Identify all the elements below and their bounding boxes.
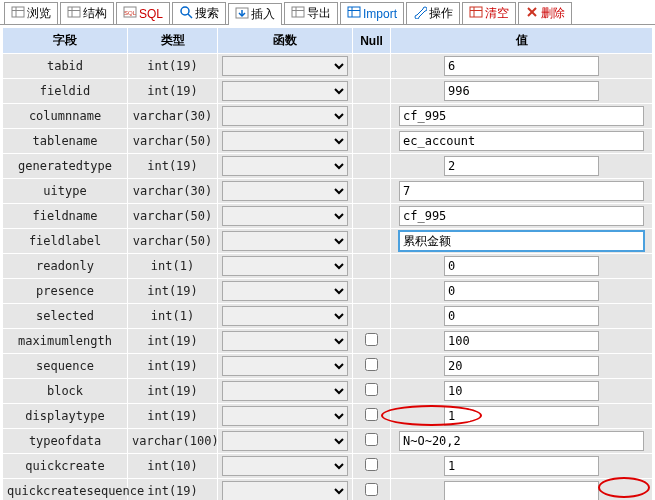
field-name-cell: block xyxy=(3,379,128,404)
table-row: fieldlabelvarchar(50) xyxy=(3,229,653,254)
function-cell xyxy=(218,54,353,79)
value-input[interactable] xyxy=(444,331,599,351)
function-select[interactable] xyxy=(222,356,348,376)
insert-form-table: 字段 类型 函数 Null 值 tabidint(19)fieldidint(1… xyxy=(2,27,653,500)
table-icon xyxy=(11,5,25,22)
value-cell xyxy=(391,229,653,254)
value-input[interactable] xyxy=(444,81,599,101)
function-select[interactable] xyxy=(222,56,348,76)
field-name-cell: maximumlength xyxy=(3,329,128,354)
function-select[interactable] xyxy=(222,131,348,151)
null-cell xyxy=(353,79,391,104)
null-checkbox[interactable] xyxy=(365,333,378,346)
value-input[interactable] xyxy=(444,56,599,76)
field-name-cell: tabid xyxy=(3,54,128,79)
tab-搜索[interactable]: 搜索 xyxy=(172,2,226,24)
field-name-cell: fieldid xyxy=(3,79,128,104)
value-input[interactable] xyxy=(399,431,644,451)
value-cell xyxy=(391,479,653,501)
value-input[interactable] xyxy=(444,256,599,276)
table-row: fieldidint(19) xyxy=(3,79,653,104)
function-select[interactable] xyxy=(222,106,348,126)
tab-sql[interactable]: SQLSQL xyxy=(116,2,170,24)
value-input[interactable] xyxy=(444,156,599,176)
table-row: quickcreateint(10) xyxy=(3,454,653,479)
value-input[interactable] xyxy=(444,281,599,301)
value-input[interactable] xyxy=(444,481,599,500)
function-select[interactable] xyxy=(222,281,348,301)
value-input[interactable] xyxy=(444,456,599,476)
function-cell xyxy=(218,279,353,304)
header-null: Null xyxy=(353,28,391,54)
null-checkbox[interactable] xyxy=(365,458,378,471)
function-select[interactable] xyxy=(222,481,348,500)
tab-import[interactable]: Import xyxy=(340,2,404,24)
table-row: tabidint(19) xyxy=(3,54,653,79)
function-select[interactable] xyxy=(222,306,348,326)
null-checkbox[interactable] xyxy=(365,408,378,421)
field-name-cell: tablename xyxy=(3,129,128,154)
tab-结构[interactable]: 结构 xyxy=(60,2,114,24)
value-input[interactable] xyxy=(399,181,644,201)
table-icon xyxy=(347,5,361,22)
value-cell xyxy=(391,79,653,104)
table-row: uitypevarchar(30) xyxy=(3,179,653,204)
svg-rect-3 xyxy=(68,7,80,17)
function-select[interactable] xyxy=(222,331,348,351)
function-select[interactable] xyxy=(222,456,348,476)
value-input[interactable] xyxy=(399,231,644,251)
table-icon xyxy=(469,5,483,22)
field-type-cell: varchar(50) xyxy=(128,129,218,154)
function-select[interactable] xyxy=(222,431,348,451)
table-row: columnnamevarchar(30) xyxy=(3,104,653,129)
function-select[interactable] xyxy=(222,81,348,101)
svg-rect-15 xyxy=(348,7,360,17)
table-row: presenceint(19) xyxy=(3,279,653,304)
function-select[interactable] xyxy=(222,181,348,201)
function-cell xyxy=(218,429,353,454)
tab-操作[interactable]: 操作 xyxy=(406,2,460,24)
insert-icon xyxy=(235,6,249,23)
null-checkbox[interactable] xyxy=(365,358,378,371)
function-select[interactable] xyxy=(222,156,348,176)
value-cell xyxy=(391,404,653,429)
null-cell xyxy=(353,129,391,154)
field-type-cell: varchar(30) xyxy=(128,179,218,204)
null-checkbox[interactable] xyxy=(365,383,378,396)
value-input[interactable] xyxy=(444,306,599,326)
value-input[interactable] xyxy=(444,381,599,401)
table-row: blockint(19) xyxy=(3,379,653,404)
field-name-cell: quickcreate xyxy=(3,454,128,479)
page-wrap: 浏览结构SQLSQL搜索插入导出Import操作清空删除 字段 类型 函数 Nu… xyxy=(0,0,655,500)
search-icon xyxy=(179,5,193,22)
table-row: quickcreatesequenceint(19) xyxy=(3,479,653,501)
tab-清空[interactable]: 清空 xyxy=(462,2,516,24)
field-type-cell: int(19) xyxy=(128,279,218,304)
value-input[interactable] xyxy=(399,106,644,126)
function-select[interactable] xyxy=(222,231,348,251)
value-input[interactable] xyxy=(399,131,644,151)
null-checkbox[interactable] xyxy=(365,433,378,446)
null-cell xyxy=(353,379,391,404)
tab-删除[interactable]: 删除 xyxy=(518,2,572,24)
value-input[interactable] xyxy=(444,356,599,376)
table-row: tablenamevarchar(50) xyxy=(3,129,653,154)
field-type-cell: int(19) xyxy=(128,404,218,429)
function-select[interactable] xyxy=(222,406,348,426)
field-name-cell: presence xyxy=(3,279,128,304)
table-icon xyxy=(291,5,305,22)
field-type-cell: int(19) xyxy=(128,79,218,104)
tab-插入[interactable]: 插入 xyxy=(228,3,282,25)
function-select[interactable] xyxy=(222,206,348,226)
svg-line-9 xyxy=(188,14,192,18)
tab-浏览[interactable]: 浏览 xyxy=(4,2,58,24)
value-input[interactable] xyxy=(444,406,599,426)
function-select[interactable] xyxy=(222,256,348,276)
tab-label: 结构 xyxy=(83,5,107,22)
null-checkbox[interactable] xyxy=(365,483,378,496)
header-row: 字段 类型 函数 Null 值 xyxy=(3,28,653,54)
value-cell xyxy=(391,254,653,279)
tab-导出[interactable]: 导出 xyxy=(284,2,338,24)
value-input[interactable] xyxy=(399,206,644,226)
function-select[interactable] xyxy=(222,381,348,401)
